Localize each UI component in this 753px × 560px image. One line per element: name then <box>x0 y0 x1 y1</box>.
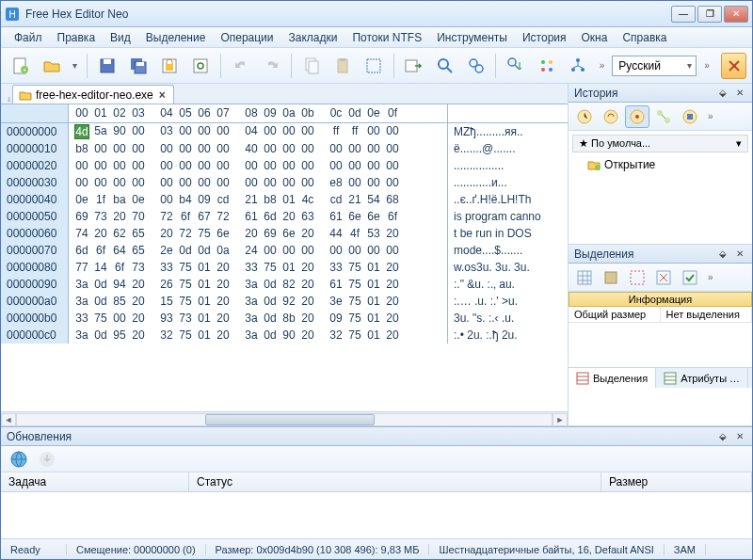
more-tools-icon[interactable]: » <box>596 60 609 71</box>
history-item[interactable]: Открытие <box>572 156 748 173</box>
grid-icon <box>576 372 589 385</box>
history-item-icon <box>587 158 601 171</box>
find-button[interactable] <box>431 52 458 80</box>
update-download-icon[interactable] <box>35 448 59 471</box>
history-branch-icon[interactable] <box>625 105 649 128</box>
hex-row[interactable]: 000000a03a0d8520157501203a0d92203e750120… <box>1 293 568 310</box>
menu-потоки ntfs[interactable]: Потоки NTFS <box>344 29 429 46</box>
hex-row[interactable]: 0000002000000000000000000000000000000000… <box>1 157 568 174</box>
save-all-button[interactable] <box>124 52 152 80</box>
tab-selections[interactable]: Выделения <box>569 368 656 388</box>
goto-button[interactable] <box>400 52 427 80</box>
menu-история[interactable]: История <box>515 29 574 46</box>
tab-drag-handle[interactable]: ⁞⁞ <box>5 96 12 104</box>
lang-more-icon[interactable]: » <box>700 60 713 71</box>
refresh-button[interactable] <box>187 52 215 80</box>
col-status[interactable]: Статус <box>189 472 601 491</box>
sel-remove-icon[interactable] <box>651 266 676 289</box>
sel-add-icon[interactable] <box>599 266 623 289</box>
history-save-icon[interactable] <box>678 105 702 128</box>
structure-button[interactable] <box>565 52 592 80</box>
hex-rows[interactable]: 000000004d5a90000300000004000000ffff0000… <box>1 123 568 411</box>
scroll-left-icon[interactable]: ◄ <box>1 413 16 426</box>
panel-pin-icon[interactable]: ⬙ <box>716 430 729 443</box>
menu-окна[interactable]: Окна <box>574 29 616 46</box>
menu-файл[interactable]: Файл <box>7 29 50 46</box>
language-selector[interactable]: Русский <box>612 56 697 76</box>
hex-row[interactable]: 000000c03a0d9520327501203a0d902032750120… <box>1 327 568 344</box>
hex-editor: 000102030405060708090a0b0c0d0e0f 0000000… <box>1 104 568 426</box>
history-clock-icon[interactable] <box>572 105 597 128</box>
sel-grid-icon[interactable] <box>572 266 597 289</box>
undo-button[interactable] <box>227 52 254 80</box>
language-value: Русский <box>618 59 661 72</box>
hex-row[interactable]: 0000005069732070726f6772616d2063616e6e6f… <box>1 208 568 225</box>
svg-rect-38 <box>687 114 693 120</box>
menu-вид[interactable]: Вид <box>103 29 138 46</box>
file-tab[interactable]: free-hex-editor-neo.exe × <box>12 85 174 104</box>
menu-справка[interactable]: Справка <box>615 29 674 46</box>
redo-button[interactable] <box>258 52 285 80</box>
hex-row[interactable]: 000000004d5a90000300000004000000ffff0000… <box>1 123 568 140</box>
close-button[interactable]: ✕ <box>724 6 748 23</box>
menu-закладки[interactable]: Закладки <box>281 29 345 46</box>
open-file-button[interactable] <box>38 52 65 80</box>
hex-row[interactable]: 000000400e1fba0e00b409cd21b8014ccd215468… <box>1 191 568 208</box>
hex-row[interactable]: 0000008077146f73337501203375012033750120… <box>1 259 568 276</box>
svg-rect-6 <box>104 59 111 64</box>
update-globe-icon[interactable] <box>7 448 31 471</box>
open-dropdown-icon[interactable]: ▾ <box>69 60 81 71</box>
select-all-button[interactable] <box>360 52 388 80</box>
app-window: H Free Hex Editor Neo — ❐ ✕ ФайлПравкаВи… <box>0 0 753 560</box>
minimize-button[interactable]: — <box>671 6 696 23</box>
svg-rect-44 <box>683 271 697 284</box>
menu-выделение[interactable]: Выделение <box>138 29 214 46</box>
tab-filename: free-hex-editor-neo.exe <box>36 88 153 102</box>
col-size[interactable]: Размер <box>601 472 752 491</box>
replace-button[interactable] <box>502 52 529 80</box>
sel-check-icon[interactable] <box>678 266 702 289</box>
new-file-button[interactable]: + <box>7 52 34 80</box>
svg-point-24 <box>549 60 553 64</box>
selections-toolbar: » <box>569 264 752 292</box>
history-panel: История ⬙ ✕ » ★ По умолча... ▾ <box>569 84 752 245</box>
svg-rect-15 <box>338 59 347 72</box>
find-all-button[interactable] <box>462 52 489 80</box>
history-tree-icon[interactable] <box>651 105 676 128</box>
menu-правка[interactable]: Правка <box>50 29 104 46</box>
hex-row[interactable]: 00000010b8000000000000004000000000000000… <box>1 140 568 157</box>
save-button[interactable] <box>93 52 120 80</box>
sel-more-icon[interactable]: » <box>704 272 717 282</box>
history-undo-icon[interactable] <box>599 105 623 128</box>
panel-close-icon[interactable]: ✕ <box>733 87 746 100</box>
scroll-right-icon[interactable]: ► <box>553 413 568 426</box>
menu-операции[interactable]: Операции <box>213 29 280 46</box>
hex-row[interactable]: 000000b033750020937301203a0d8b2009750120… <box>1 310 568 327</box>
settings-button[interactable] <box>721 53 746 79</box>
tab-attributes[interactable]: Атрибуты … <box>656 368 748 388</box>
updates-title: Обновления <box>7 430 72 443</box>
hex-row[interactable]: 00000030000000000000000000000000e8000000… <box>1 174 568 191</box>
svg-point-26 <box>549 68 553 72</box>
hex-row[interactable]: 000000706d6f64652e0d0d0a2400000000000000… <box>1 242 568 259</box>
panel-pin-icon[interactable]: ⬙ <box>716 87 729 100</box>
hex-row[interactable]: 00000060742062652072756e20696e20444f5320… <box>1 225 568 242</box>
encrypt-button[interactable] <box>156 52 184 80</box>
hex-row[interactable]: 000000903a0d9420267501203a0d822061750120… <box>1 276 568 293</box>
paste-button[interactable] <box>328 52 356 80</box>
scroll-thumb[interactable] <box>205 414 375 425</box>
history-column-header[interactable]: ★ По умолча... ▾ <box>572 135 748 152</box>
col-task[interactable]: Задача <box>1 472 189 491</box>
bookmark-button[interactable] <box>533 52 560 80</box>
panel-pin-icon[interactable]: ⬙ <box>716 248 729 261</box>
copy-button[interactable] <box>297 52 325 80</box>
history-more-icon[interactable]: » <box>704 111 717 121</box>
panel-close-icon[interactable]: ✕ <box>733 248 746 261</box>
tab-close-icon[interactable]: × <box>157 88 168 102</box>
menu-инструменты[interactable]: Инструменты <box>429 29 515 46</box>
panel-close-icon[interactable]: ✕ <box>733 430 746 443</box>
maximize-button[interactable]: ❐ <box>697 6 722 23</box>
horizontal-scrollbar[interactable]: ◄ ► <box>1 411 568 426</box>
svg-point-29 <box>581 68 585 72</box>
sel-box-icon[interactable] <box>625 266 649 289</box>
